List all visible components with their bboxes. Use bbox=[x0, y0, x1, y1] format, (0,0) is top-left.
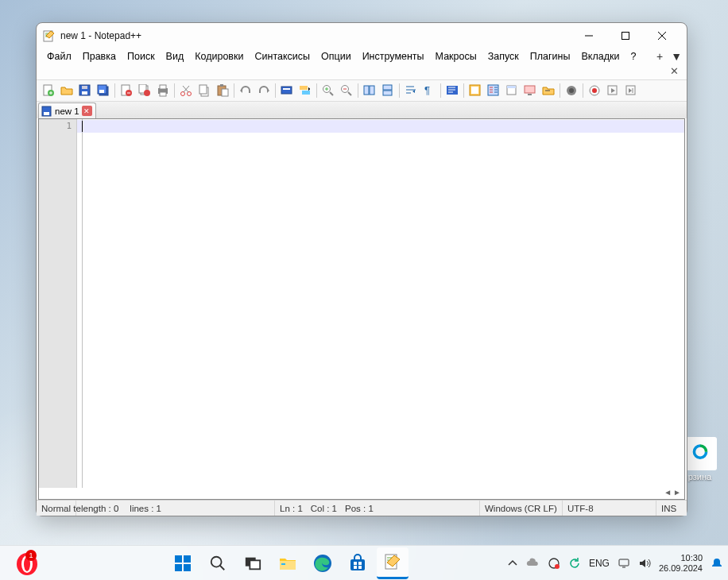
svg-rect-28 bbox=[281, 87, 292, 94]
play-macro-icon[interactable] bbox=[604, 82, 622, 99]
tray-volume-icon[interactable] bbox=[638, 557, 651, 570]
start-button[interactable] bbox=[167, 547, 199, 579]
menu-encoding[interactable]: Кодировки bbox=[189, 49, 249, 64]
recycle-bin-label: рзина bbox=[688, 472, 711, 481]
tray-notifications-icon[interactable] bbox=[711, 557, 723, 570]
window-title: new 1 - Notepad++ bbox=[60, 30, 571, 41]
print-icon[interactable] bbox=[154, 82, 172, 99]
recycle-bin-icon bbox=[683, 437, 717, 470]
svg-rect-69 bbox=[354, 562, 357, 565]
cut-icon[interactable] bbox=[177, 82, 195, 99]
menu-help[interactable]: ? bbox=[625, 49, 641, 64]
editor-area[interactable]: 1 bbox=[39, 119, 684, 488]
close-button[interactable] bbox=[644, 24, 680, 48]
zoom-in-icon[interactable] bbox=[319, 82, 337, 99]
tray-network-icon[interactable] bbox=[618, 557, 630, 570]
record-macro-icon[interactable] bbox=[563, 82, 580, 99]
text-input-area[interactable] bbox=[77, 119, 684, 488]
redo-icon[interactable] bbox=[255, 82, 273, 99]
tab-new-1[interactable]: new 1 ✕ bbox=[38, 102, 96, 118]
sync-h-icon[interactable] bbox=[379, 82, 397, 99]
replace-icon[interactable] bbox=[296, 82, 314, 99]
svg-rect-76 bbox=[619, 559, 629, 566]
tray-onedrive-icon[interactable] bbox=[525, 556, 540, 570]
stop-macro-icon[interactable] bbox=[586, 82, 603, 99]
whitespace-icon[interactable]: ¶ bbox=[420, 82, 438, 99]
tray-security-icon[interactable] bbox=[548, 557, 560, 570]
close-all-icon[interactable] bbox=[136, 82, 153, 99]
menu-tools[interactable]: Инструменты bbox=[357, 49, 430, 64]
func-list-icon[interactable] bbox=[485, 82, 502, 99]
tray-time: 10:30 bbox=[659, 553, 703, 563]
indent-guide-icon[interactable] bbox=[443, 82, 461, 99]
secondary-close-icon[interactable]: ✕ bbox=[670, 65, 679, 79]
task-view-button[interactable] bbox=[237, 547, 269, 579]
save-all-icon[interactable] bbox=[95, 82, 112, 99]
menu-language[interactable]: Синтаксисы bbox=[249, 49, 316, 64]
playback-icon[interactable] bbox=[622, 82, 640, 99]
svg-rect-60 bbox=[175, 564, 182, 571]
svg-rect-68 bbox=[350, 559, 365, 570]
paste-icon[interactable] bbox=[214, 82, 231, 99]
svg-rect-9 bbox=[82, 86, 87, 89]
undo-icon[interactable] bbox=[237, 82, 254, 99]
scroll-left-icon[interactable]: ◄ bbox=[664, 488, 672, 499]
file-explorer-button[interactable] bbox=[272, 547, 304, 579]
sync-v-icon[interactable] bbox=[361, 82, 378, 99]
maximize-button[interactable] bbox=[607, 24, 644, 48]
taskbar: 1 ENG 10:30 26.0 bbox=[0, 545, 728, 580]
tray-chevron-up-icon[interactable] bbox=[508, 559, 517, 568]
tab-label: new 1 bbox=[55, 106, 79, 116]
svg-point-75 bbox=[555, 564, 560, 569]
status-col: Col : 1 bbox=[311, 504, 337, 513]
svg-rect-20 bbox=[160, 92, 166, 96]
menu-view[interactable]: Вид bbox=[161, 49, 190, 64]
menu-plugins[interactable]: Плагины bbox=[525, 49, 576, 64]
menubar: Файл Правка Поиск Вид Кодировки Синтакси… bbox=[37, 48, 687, 65]
status-insert-mode[interactable]: INS bbox=[656, 501, 687, 516]
svg-rect-71 bbox=[354, 566, 357, 569]
svg-rect-65 bbox=[280, 561, 296, 570]
copy-icon[interactable] bbox=[196, 82, 213, 99]
svg-rect-12 bbox=[99, 90, 104, 93]
menu-run[interactable]: Запуск bbox=[482, 49, 525, 64]
menu-plus-button[interactable]: + bbox=[656, 50, 663, 63]
edge-button[interactable] bbox=[307, 547, 339, 579]
svg-rect-31 bbox=[302, 91, 310, 95]
monitor-icon[interactable] bbox=[521, 82, 539, 99]
doc-map-icon[interactable] bbox=[467, 82, 484, 99]
menu-search[interactable]: Поиск bbox=[122, 49, 161, 64]
scroll-right-icon[interactable]: ► bbox=[673, 488, 681, 499]
menu-overflow-button[interactable]: ▼ bbox=[671, 50, 682, 63]
doc-switch-icon[interactable] bbox=[540, 82, 557, 99]
status-encoding[interactable]: UTF-8 bbox=[563, 501, 656, 516]
search-button[interactable] bbox=[202, 547, 234, 579]
minimize-button[interactable] bbox=[571, 24, 607, 48]
svg-rect-72 bbox=[358, 566, 362, 569]
ms-store-button[interactable] bbox=[342, 547, 374, 579]
status-eol[interactable]: Windows (CR LF) bbox=[480, 501, 563, 516]
menu-file[interactable]: Файл bbox=[41, 49, 77, 64]
svg-text:¶: ¶ bbox=[424, 84, 430, 96]
titlebar[interactable]: new 1 - Notepad++ bbox=[37, 23, 687, 48]
opera-taskbar-icon[interactable]: 1 bbox=[14, 551, 40, 577]
menu-window[interactable]: Вкладки bbox=[575, 49, 625, 64]
notepad-plus-plus-taskbar-button[interactable] bbox=[377, 547, 409, 579]
open-file-icon[interactable] bbox=[58, 82, 76, 99]
tab-close-button[interactable]: ✕ bbox=[82, 106, 92, 116]
tray-language[interactable]: ENG bbox=[589, 558, 610, 569]
menu-macro[interactable]: Макросы bbox=[430, 49, 482, 64]
new-file-icon[interactable] bbox=[40, 82, 57, 99]
zoom-out-icon[interactable] bbox=[338, 82, 355, 99]
svg-rect-41 bbox=[471, 87, 478, 94]
tray-refresh-icon[interactable] bbox=[568, 557, 581, 570]
close-file-icon[interactable] bbox=[118, 82, 135, 99]
status-pos: Pos : 1 bbox=[345, 504, 374, 513]
menu-settings[interactable]: Опции bbox=[316, 49, 357, 64]
wrap-icon[interactable] bbox=[402, 82, 420, 99]
save-icon[interactable] bbox=[76, 82, 94, 99]
menu-edit[interactable]: Правка bbox=[77, 49, 122, 64]
tray-clock[interactable]: 10:30 26.09.2024 bbox=[659, 553, 703, 574]
find-icon[interactable] bbox=[278, 82, 296, 99]
folder-icon[interactable] bbox=[503, 82, 521, 99]
